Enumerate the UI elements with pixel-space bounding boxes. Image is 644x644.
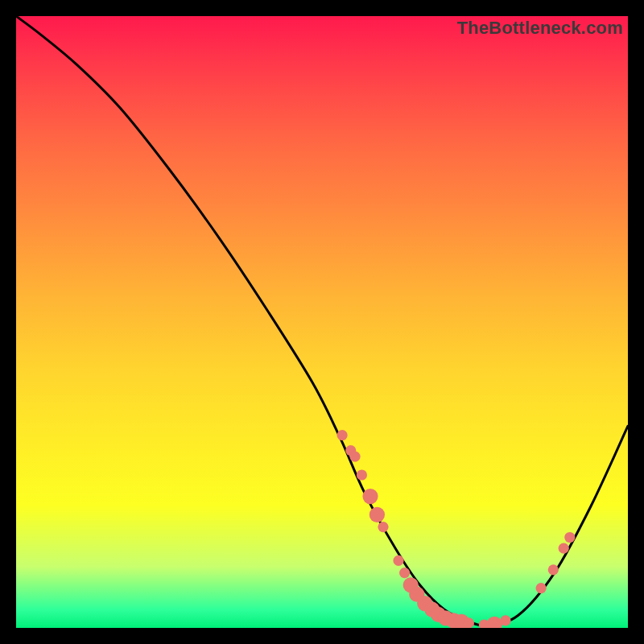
curve-marker (500, 615, 510, 625)
curve-marker (393, 555, 403, 566)
curve-marker (378, 522, 388, 532)
watermark-text: TheBottleneck.com (457, 18, 623, 39)
curve-marker (487, 617, 502, 628)
curve-marker (464, 617, 474, 628)
curve-marker (337, 430, 348, 440)
curve-marker (564, 532, 575, 543)
curve-marker (349, 452, 360, 462)
curve-marker (369, 507, 385, 522)
bottleneck-curve (16, 16, 628, 625)
curve-marker (548, 564, 559, 575)
chart-svg (16, 16, 628, 628)
chart-frame: TheBottleneck.com (16, 16, 628, 628)
curve-marker (399, 568, 410, 578)
curve-marker (362, 489, 378, 504)
curve-markers (337, 430, 576, 628)
curve-marker (559, 543, 569, 554)
curve-marker (357, 469, 367, 480)
curve-marker (536, 583, 547, 593)
